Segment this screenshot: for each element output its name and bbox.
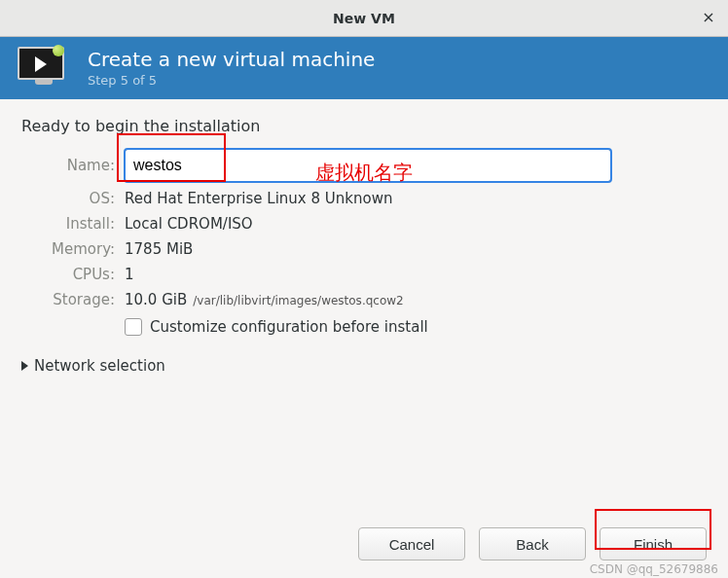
memory-value: 1785 MiB [125, 240, 707, 258]
back-button[interactable]: Back [479, 527, 586, 560]
cpus-value: 1 [125, 266, 707, 283]
customize-checkbox[interactable] [125, 318, 142, 336]
storage-path: /var/lib/libvirt/images/westos.qcow2 [193, 294, 403, 307]
header-step: Step 5 of 5 [88, 73, 375, 88]
window-title: New VM [333, 11, 395, 26]
name-input[interactable] [125, 149, 611, 182]
customize-label: Customize configuration before install [150, 318, 428, 336]
button-bar: Cancel Back Finish [358, 527, 707, 560]
titlebar: New VM × [0, 0, 728, 37]
storage-value: 10.0 GiB /var/lib/libvirt/images/westos.… [125, 291, 707, 308]
network-selection-expander[interactable]: Network selection [21, 357, 707, 375]
ready-text: Ready to begin the installation [21, 117, 707, 135]
storage-label: Storage: [21, 291, 115, 308]
cancel-button[interactable]: Cancel [358, 527, 465, 560]
finish-button[interactable]: Finish [600, 527, 707, 560]
cpus-label: CPUs: [21, 266, 115, 283]
install-value: Local CDROM/ISO [125, 215, 707, 233]
vm-monitor-icon [18, 47, 70, 88]
install-label: Install: [21, 215, 115, 233]
os-value: Red Hat Enterprise Linux 8 Unknown [125, 190, 707, 207]
storage-size: 10.0 GiB [125, 291, 187, 308]
content-area: Ready to begin the installation Name: OS… [0, 99, 728, 384]
watermark-text: CSDN @qq_52679886 [590, 562, 718, 576]
name-label: Name: [21, 157, 115, 174]
summary-grid: Name: OS: Red Hat Enterprise Linux 8 Unk… [21, 149, 707, 336]
header-title: Create a new virtual machine [88, 48, 375, 71]
wizard-header: Create a new virtual machine Step 5 of 5 [0, 37, 728, 99]
chevron-right-icon [21, 361, 28, 371]
network-selection-label: Network selection [34, 357, 165, 375]
os-label: OS: [21, 190, 115, 207]
memory-label: Memory: [21, 240, 115, 258]
close-icon[interactable]: × [699, 8, 718, 27]
